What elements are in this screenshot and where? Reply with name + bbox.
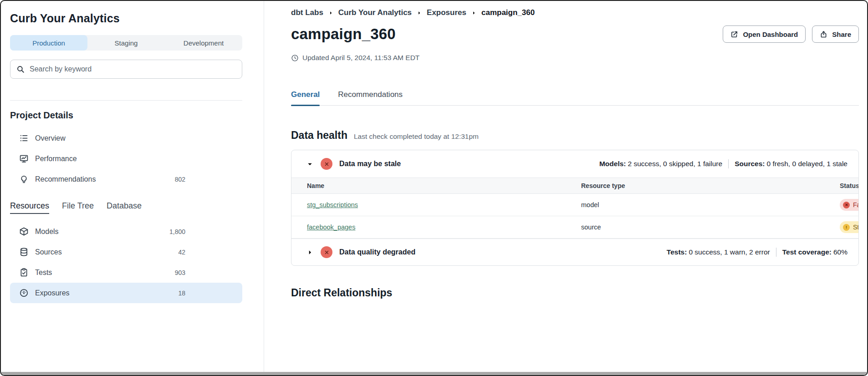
stale-resources-table: Name Resource type Status stg_subscripti… [291,178,858,239]
sidebar-item-label: Tests [35,269,52,277]
sidebar-item-performance[interactable]: Performance [10,148,242,169]
sidebar-item-exposures[interactable]: Exposures 18 [10,283,242,303]
main-content: dbt Labs Curb Your Analytics Exposures c… [264,1,867,372]
detail-tabs: General Recommendations [291,90,859,106]
column-resource-type: Resource type [566,178,824,194]
clock-icon [291,54,299,62]
breadcrumb-dbt-labs[interactable]: dbt Labs [291,8,323,17]
chevron-down-icon[interactable] [306,160,314,168]
tests-count: 903 [175,269,185,276]
share-icon [820,30,827,38]
clipboard-check-icon [19,268,29,277]
data-health-card: Data may be stale Models:2 success, 0 sk… [291,150,859,266]
chevron-right-icon[interactable] [306,249,314,256]
stat-divider [728,159,729,168]
error-circle-icon [321,158,332,170]
breadcrumb-project[interactable]: Curb Your Analytics [338,8,412,17]
sources-stat: Sources:0 fresh, 0 delayed, 1 stale [735,160,848,168]
sidebar-item-label: Overview [35,134,66,142]
quality-section-header[interactable]: Data quality degraded Tests:0 success, 1… [291,239,858,265]
tab-recommendations[interactable]: Recommendations [338,90,403,105]
error-circle-icon [321,246,332,258]
app-window: Curb Your Analytics Production Staging D… [0,0,868,376]
sidebar-item-sources[interactable]: Sources 42 [10,242,242,262]
external-link-icon [730,30,738,38]
project-details-list: Overview Performance [10,128,242,189]
lightbulb-icon [19,174,29,184]
resource-link-facebook-pages[interactable]: facebook_pages [307,224,355,231]
sidebar-item-tests[interactable]: Tests 903 [10,262,242,283]
resource-type-cell: model [566,194,824,216]
breadcrumb-current: campaign_360 [481,8,535,17]
coverage-stat: Test coverage:60% [782,248,848,256]
updated-timestamp: Updated April 5, 2024, 11:53 AM EDT [291,54,859,62]
sidebar-item-label: Exposures [35,289,70,297]
env-tab-production[interactable]: Production [10,35,87,51]
horizontal-scrollbar[interactable] [1,372,867,375]
recommendations-count: 802 [175,176,185,183]
sidebar-item-label: Recommendations [35,175,96,183]
list-icon [19,133,29,143]
tab-resources[interactable]: Resources [10,201,49,214]
search-input[interactable] [30,65,236,73]
gauge-icon [19,288,29,298]
table-row: facebook_pages source Stale [291,216,858,239]
breadcrumb: dbt Labs Curb Your Analytics Exposures c… [291,8,859,17]
stale-section-stats: Models:2 success, 0 skipped, 1 failure S… [599,159,848,168]
project-details-heading: Project Details [10,110,242,121]
sidebar-divider [10,100,242,101]
stat-divider [776,248,776,257]
column-name: Name [291,178,566,194]
resources-list: Models 1,800 Sources 42 [10,221,242,303]
stale-exclamation-icon [843,224,850,231]
env-tab-staging[interactable]: Staging [87,35,165,51]
search-box[interactable] [10,60,242,79]
tests-stat: Tests:0 success, 1 warn, 2 error [667,248,770,256]
updated-text: Updated April 5, 2024, 11:53 AM EDT [302,54,419,62]
title-actions: Open Dashboard Share [723,25,859,43]
tab-file-tree[interactable]: File Tree [62,201,94,214]
failure-x-icon [843,202,850,208]
chevron-right-icon [417,10,422,15]
env-tab-development[interactable]: Development [165,35,242,51]
page-title: campaign_360 [291,25,396,43]
sidebar: Curb Your Analytics Production Staging D… [1,1,264,372]
resource-type-cell: source [566,216,824,239]
sidebar-item-overview[interactable]: Overview [10,128,242,148]
open-dashboard-button[interactable]: Open Dashboard [723,25,806,43]
resource-link-stg-subscriptions[interactable]: stg_subscriptions [307,201,358,208]
sidebar-item-recommendations[interactable]: Recommendations 802 [10,169,242,189]
breadcrumb-exposures[interactable]: Exposures [427,8,466,17]
direct-relationships-heading: Direct Relationships [291,287,859,299]
table-row: stg_subscriptions model Failure [291,194,858,216]
resource-view-tabs: Resources File Tree Database [10,201,242,214]
status-badge-failure: Failure [840,199,859,211]
models-count: 1,800 [169,228,185,235]
environment-switcher: Production Staging Development [10,35,242,51]
table-header-row: Name Resource type Status [291,178,858,194]
tab-general[interactable]: General [291,90,320,105]
sidebar-item-models[interactable]: Models 1,800 [10,221,242,242]
data-health-heading: Data health [291,129,347,142]
share-button[interactable]: Share [812,25,859,43]
chevron-right-icon [471,10,476,15]
models-stat: Models:2 success, 0 skipped, 1 failure [599,160,722,168]
open-dashboard-label: Open Dashboard [743,30,798,38]
sources-count: 42 [178,249,185,256]
stale-section-header[interactable]: Data may be stale Models:2 success, 0 sk… [291,150,858,178]
database-icon [19,247,29,257]
monitor-chart-icon [19,154,29,163]
chevron-right-icon [328,10,333,15]
quality-section-stats: Tests:0 success, 1 warn, 2 error Test co… [667,248,848,257]
sidebar-item-label: Models [35,228,59,236]
search-icon [16,65,25,73]
project-title: Curb Your Analytics [10,12,242,25]
share-label: Share [832,30,851,38]
exposures-count: 18 [178,290,185,297]
tab-database[interactable]: Database [107,201,142,214]
stale-section-title: Data may be stale [339,160,401,168]
column-status: Status [824,178,858,194]
quality-section-title: Data quality degraded [339,248,415,256]
sidebar-item-label: Performance [35,155,77,163]
status-badge-stale: Stale [840,221,859,233]
